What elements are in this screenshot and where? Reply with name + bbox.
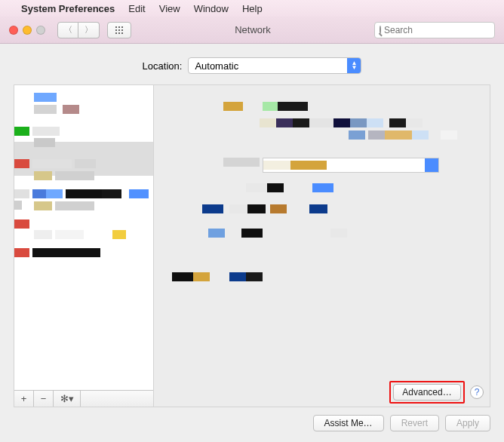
assist-me-button[interactable]: Assist Me… [313,415,384,431]
detail-row [202,204,327,216]
detail-value [263,102,308,113]
list-item [34,138,55,149]
detail-row [246,183,333,195]
location-value: Automatic [195,60,238,72]
service-actions-button[interactable]: ✻▾ [54,391,81,407]
list-item [34,201,94,213]
footer-buttons: Assist Me… Revert Apply [14,407,490,431]
list-item [34,171,94,183]
help-button[interactable]: ? [470,385,484,399]
menu-window[interactable]: Window [194,3,229,14]
search-icon [380,26,381,34]
grid-icon [115,26,124,35]
window-toolbar: 〈 〉 Network [0,17,504,44]
menu-edit[interactable]: Edit [128,3,145,14]
detail-input[interactable] [263,158,439,173]
window-zoom-button [36,26,45,35]
show-all-button[interactable] [107,22,131,38]
location-label: Location: [143,60,183,72]
search-input[interactable] [384,25,497,35]
select-arrows-icon: ▲▼ [347,58,361,73]
services-list[interactable] [14,85,153,390]
detail-row [349,130,457,142]
network-panel: + − ✻▾ Advanced… ? [14,84,490,407]
remove-service-button[interactable]: − [34,391,54,407]
search-field[interactable] [374,22,495,38]
list-item[interactable] [14,159,96,170]
sidebar-footer: + − ✻▾ [14,390,153,407]
revert-button: Revert [390,415,439,431]
nav-buttons: 〈 〉 [57,22,100,38]
detail-label [223,158,260,169]
window-title: Network [139,24,367,35]
menu-view[interactable]: View [159,3,180,14]
detail-row [172,272,263,284]
menu-help[interactable]: Help [242,3,263,14]
list-item[interactable] [14,219,29,231]
list-item[interactable] [14,127,60,138]
services-sidebar[interactable]: + − ✻▾ [14,85,154,407]
traffic-lights [9,26,45,35]
location-row: Location: Automatic ▲▼ [14,57,490,74]
detail-label [223,102,243,113]
location-select[interactable]: Automatic ▲▼ [188,57,361,74]
add-service-button[interactable]: + [14,391,34,407]
content-area: Location: Automatic ▲▼ [0,44,504,442]
list-item [34,105,79,116]
list-item[interactable] [14,248,100,259]
apply-button: Apply [445,415,490,431]
app-menu[interactable]: System Preferences [21,3,115,14]
advanced-button[interactable]: Advanced… [393,384,461,401]
back-button[interactable]: 〈 [57,22,78,38]
detail-row [208,229,347,240]
list-item [34,230,126,241]
sidebar-footer-spacer [81,391,153,407]
menu-bar: System Preferences Edit View Window Help [0,0,504,17]
list-item[interactable] [34,93,57,104]
service-detail: Advanced… ? [154,85,490,407]
detail-row [260,118,423,130]
window-close-button[interactable] [9,26,18,35]
forward-button[interactable]: 〉 [78,22,100,38]
window-minimize-button[interactable] [23,26,32,35]
